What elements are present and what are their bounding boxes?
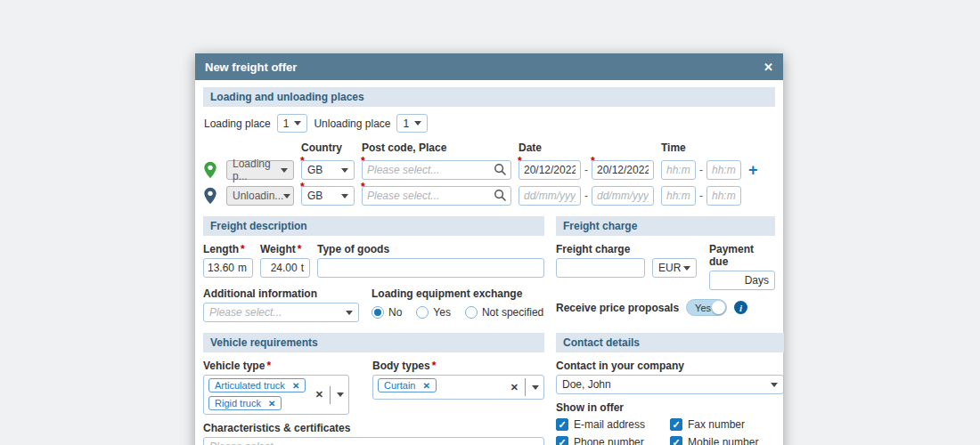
toggle-knob (712, 301, 725, 314)
body-type-tag: Curtain ✕ (378, 378, 437, 392)
time-column-label: Time (661, 142, 741, 154)
date-to-input-row2[interactable] (592, 186, 654, 206)
time-from-input-row1[interactable] (661, 160, 696, 180)
dialog-title: New freight offer (205, 61, 297, 74)
checkbox-icon[interactable]: ✓ (556, 418, 568, 431)
postcode-place-input-row2[interactable] (362, 186, 511, 206)
close-icon[interactable]: ✕ (764, 61, 773, 73)
section-header-places: Loading and unloading places (203, 87, 775, 107)
payment-due-input[interactable]: Days (709, 271, 775, 290)
vehicle-type-tag: Articulated truck ✕ (208, 378, 306, 392)
chevron-down-icon (341, 168, 348, 173)
date-from-input-row2[interactable] (519, 186, 581, 206)
checkbox-icon[interactable]: ✓ (670, 418, 682, 431)
country-select-row1[interactable]: GB (301, 160, 355, 180)
chevron-down-icon (771, 383, 778, 387)
remove-tag-icon[interactable]: ✕ (422, 381, 429, 391)
section-header-freight-description: Freight description (203, 216, 544, 236)
add-place-row-icon[interactable]: + (748, 162, 761, 178)
payment-due-label: Payment due (709, 243, 775, 268)
body-types-multiselect[interactable]: Curtain ✕ ✕ (372, 375, 544, 400)
additional-information-select[interactable]: Please select... (203, 303, 359, 322)
length-label: Length* (203, 243, 253, 255)
unloading-place-select[interactable]: 1 (396, 114, 428, 133)
price-proposals-toggle[interactable]: Yes (686, 299, 727, 316)
dialog-titlebar: New freight offer ✕ (195, 53, 783, 80)
weight-label: Weight* (260, 243, 310, 255)
body-types-label: Body types* (372, 360, 544, 372)
equipment-radio-no[interactable]: No (372, 306, 402, 319)
show-email-option[interactable]: ✓ E-mail address (556, 418, 670, 431)
search-icon[interactable] (494, 163, 507, 176)
chevron-down-icon (294, 121, 301, 125)
chevron-down-icon (683, 266, 690, 271)
chevron-down-icon (346, 311, 353, 315)
additional-information-label: Additional information (203, 287, 359, 300)
show-fax-option[interactable]: ✓ Fax number (670, 418, 784, 431)
postcode-place-input-row1[interactable] (362, 160, 511, 180)
chevron-down-icon[interactable] (532, 385, 539, 390)
section-header-contact-details: Contact details (556, 333, 784, 352)
show-mobile-option[interactable]: ✓ Mobile number (670, 436, 784, 445)
unloading-place-label: Unloading place (314, 117, 390, 130)
show-in-offer-label: Show in offer (556, 401, 784, 414)
freight-charge-label: Freight charge (556, 243, 645, 255)
freight-charge-input[interactable] (556, 258, 645, 278)
equipment-radio-not-specified[interactable]: Not specified (465, 306, 543, 319)
date-column-label: Date (519, 142, 654, 154)
contact-company-label: Contact in your company (556, 360, 784, 372)
radio-icon[interactable] (465, 306, 478, 319)
new-freight-offer-dialog: New freight offer ✕ Loading and unloadin… (195, 53, 783, 445)
chevron-down-icon (341, 194, 348, 198)
remove-tag-icon[interactable]: ✕ (292, 381, 299, 391)
time-to-input-row2[interactable] (706, 186, 741, 206)
section-header-freight-charge: Freight charge (556, 216, 775, 236)
characteristics-label: Characteristics & certificates (203, 422, 544, 434)
checkbox-icon[interactable]: ✓ (556, 436, 568, 445)
chevron-down-icon[interactable] (337, 392, 344, 397)
show-phone-option[interactable]: ✓ Phone number (556, 436, 670, 445)
date-from-input-row1[interactable] (519, 160, 581, 180)
chevron-down-icon (283, 194, 290, 198)
remove-tag-icon[interactable]: ✕ (268, 399, 275, 409)
country-select-row2[interactable]: GB (301, 186, 355, 206)
vehicle-type-label: Vehicle type* (203, 360, 349, 372)
type-of-goods-label: Type of goods (317, 243, 544, 255)
vehicle-type-tag: Rigid truck ✕ (208, 396, 282, 410)
time-to-input-row1[interactable] (706, 160, 741, 180)
checkbox-icon[interactable]: ✓ (670, 436, 682, 445)
chevron-down-icon (414, 121, 421, 125)
unloading-pin-icon (203, 187, 217, 205)
country-column-label: Country (301, 142, 355, 154)
clear-selection-icon[interactable]: ✕ (315, 389, 323, 400)
section-header-vehicle-requirements: Vehicle requirements (203, 333, 544, 352)
loading-pin-icon (203, 161, 217, 179)
info-icon[interactable]: i (734, 301, 747, 314)
type-of-goods-input[interactable] (317, 258, 544, 278)
unloading-type-select[interactable]: Unloadin... (226, 186, 294, 206)
chevron-down-icon (281, 168, 288, 173)
postcode-column-label: Post code, Place (362, 142, 511, 154)
loading-place-label: Loading place (204, 117, 271, 130)
length-input[interactable]: 13.60 m (203, 258, 253, 278)
radio-icon[interactable] (372, 306, 384, 319)
currency-select[interactable]: EUR (652, 258, 697, 278)
equipment-radio-yes[interactable]: Yes (416, 306, 451, 319)
radio-icon[interactable] (416, 306, 429, 319)
loading-type-select[interactable]: Loading p... (226, 160, 294, 180)
characteristics-select[interactable]: Please select... (203, 437, 544, 445)
contact-company-select[interactable]: Doe, John (556, 375, 784, 394)
search-icon[interactable] (494, 189, 507, 202)
clear-selection-icon[interactable]: ✕ (510, 382, 519, 393)
receive-price-proposals-label: Receive price proposals (556, 302, 679, 314)
loading-equipment-exchange-label: Loading equipment exchange (372, 287, 543, 300)
loading-place-select[interactable]: 1 (277, 114, 308, 133)
weight-input[interactable]: 24.00 t (260, 258, 310, 278)
date-to-input-row1[interactable] (592, 160, 654, 180)
vehicle-type-multiselect[interactable]: Articulated truck ✕ Rigid truck ✕ ✕ (203, 375, 349, 415)
time-from-input-row2[interactable] (661, 186, 696, 206)
